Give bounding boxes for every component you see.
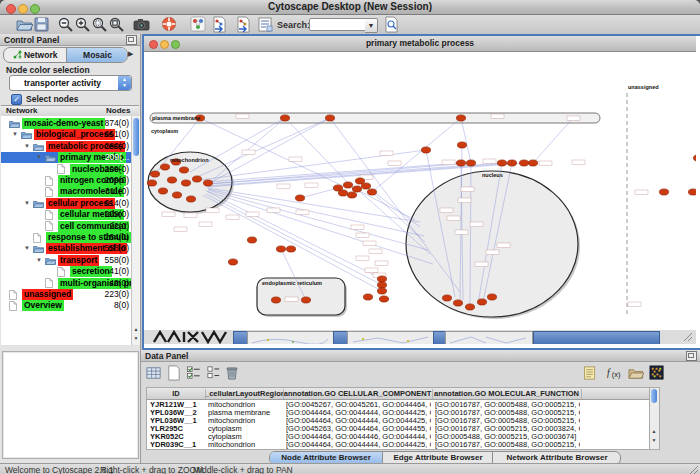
network-node[interactable] bbox=[147, 180, 156, 186]
tree-row-biological-process[interactable]: ▼biological_process651(0) bbox=[1, 129, 131, 140]
tree-row-primary-metabo[interactable]: ▼primary metabo209(... bbox=[1, 152, 131, 163]
zoom-selected-region-icon[interactable] bbox=[91, 16, 108, 33]
search-input[interactable] bbox=[309, 18, 367, 31]
float-panel-icon[interactable] bbox=[126, 35, 137, 45]
network-overview-panel[interactable] bbox=[2, 351, 139, 459]
tab-mosaic[interactable]: Mosaic bbox=[66, 48, 128, 62]
unselect-attributes-icon[interactable] bbox=[206, 365, 222, 381]
network-node[interactable] bbox=[271, 297, 280, 303]
table-row-ypl036w__2[interactable]: YPL036W__2plasma membrane[GO:0044464, GO… bbox=[147, 408, 649, 416]
network-node[interactable] bbox=[457, 142, 466, 148]
search-config-icon[interactable] bbox=[383, 16, 400, 33]
save-session-icon[interactable] bbox=[33, 16, 50, 33]
new-attribute-icon[interactable] bbox=[166, 365, 182, 381]
import-network-icon[interactable] bbox=[211, 16, 228, 33]
import-table-icon[interactable] bbox=[235, 16, 252, 33]
network-node[interactable] bbox=[659, 189, 668, 195]
network-node[interactable] bbox=[519, 160, 528, 166]
background-window-fragment[interactable] bbox=[445, 331, 533, 344]
network-node[interactable] bbox=[301, 297, 310, 303]
node-color-dropdown[interactable]: transporter activity ▲▼ bbox=[9, 75, 132, 91]
tree-row-metabolic-process[interactable]: ▼metabolic process280(0) bbox=[1, 141, 131, 152]
zoom-fit-icon[interactable] bbox=[108, 16, 125, 33]
table-row-ykr052c[interactable]: YKR052Ccytoplasm[GO:0044464, GO:0044446,… bbox=[147, 432, 649, 440]
network-node[interactable] bbox=[150, 171, 159, 177]
tab-network[interactable]: Network bbox=[4, 48, 66, 62]
network-edge[interactable] bbox=[203, 195, 382, 291]
vizmapper-icon[interactable] bbox=[190, 16, 207, 33]
tree-scrollbar-thumb[interactable] bbox=[133, 118, 139, 156]
scroll-up-arrow[interactable]: ▲ bbox=[651, 428, 657, 434]
network-node[interactable] bbox=[203, 180, 212, 186]
network-node[interactable] bbox=[186, 196, 195, 202]
formula-fx-icon[interactable]: f(x) bbox=[606, 365, 622, 381]
network-node[interactable] bbox=[693, 155, 696, 161]
network-node[interactable] bbox=[465, 304, 474, 310]
float-panel-icon[interactable] bbox=[686, 351, 697, 361]
background-window-title-bar[interactable] bbox=[533, 331, 660, 344]
network-node[interactable] bbox=[442, 295, 451, 301]
network-node[interactable] bbox=[347, 192, 356, 198]
network-canvas[interactable]: plasma membranecytoplasmmitochondrionnuc… bbox=[144, 52, 696, 330]
network-node[interactable] bbox=[160, 164, 169, 170]
network-node[interactable] bbox=[477, 299, 486, 305]
network-edge[interactable] bbox=[461, 118, 471, 163]
network-node[interactable] bbox=[688, 189, 696, 195]
tree-row-establishment-of-lo[interactable]: ▼establishment of lo558(0) bbox=[1, 243, 131, 254]
zoom-out-icon[interactable] bbox=[57, 16, 74, 33]
table-row-yjr121w__1[interactable]: YJR121W__1mitochondrion[GO:0045267, GO:0… bbox=[147, 400, 649, 408]
network-node[interactable] bbox=[343, 182, 352, 188]
table-grid-icon[interactable] bbox=[146, 365, 162, 381]
tree-row-overview[interactable]: Overview8(0) bbox=[1, 300, 131, 311]
tree-row-multi-organism-pro[interactable]: multi-organism pro42(0) bbox=[1, 278, 131, 289]
plasma-membrane-region[interactable] bbox=[150, 113, 600, 123]
network-node[interactable] bbox=[295, 195, 304, 201]
network-node[interactable] bbox=[355, 178, 364, 184]
network-node[interactable] bbox=[421, 147, 430, 153]
network-node[interactable] bbox=[379, 296, 388, 302]
network-node[interactable] bbox=[466, 160, 475, 166]
network-node[interactable] bbox=[338, 190, 347, 196]
tab-overflow-arrow[interactable]: ▶ bbox=[128, 48, 137, 60]
tree-row-response-to-stimulu[interactable]: response to stimulu264(0) bbox=[1, 232, 131, 243]
background-window-fragment[interactable] bbox=[233, 331, 248, 344]
network-node[interactable] bbox=[179, 167, 188, 173]
network-edge[interactable] bbox=[205, 163, 471, 184]
network-snapshot-icon[interactable] bbox=[133, 16, 150, 33]
background-window-fragment[interactable] bbox=[333, 331, 348, 344]
help-icon[interactable] bbox=[161, 16, 178, 33]
tree-row-secretion[interactable]: secretion41(0) bbox=[1, 266, 131, 277]
select-nodes-checkbox[interactable]: ✓ bbox=[11, 94, 22, 105]
network-node[interactable] bbox=[228, 259, 237, 265]
tree-row-cell-communicat[interactable]: cell communicat22(0) bbox=[1, 221, 131, 232]
network-node[interactable] bbox=[352, 186, 361, 192]
delete-attribute-icon[interactable] bbox=[224, 365, 240, 381]
select-attributes-icon[interactable] bbox=[186, 365, 202, 381]
network-node[interactable] bbox=[377, 288, 386, 294]
network-edge[interactable] bbox=[190, 118, 285, 172]
network-node[interactable] bbox=[172, 192, 181, 198]
network-node[interactable] bbox=[158, 188, 167, 194]
network-node[interactable] bbox=[456, 115, 465, 121]
network-node[interactable] bbox=[528, 160, 537, 166]
window-resize-grip[interactable] bbox=[682, 331, 694, 343]
column-header[interactable]: annotation.GO CELLULAR_COMPONENT bbox=[283, 389, 433, 399]
network-window-title-bar[interactable]: primary metabolic process bbox=[144, 36, 696, 52]
scroll-down-arrow[interactable]: ▼ bbox=[651, 437, 657, 443]
column-header[interactable]: annotation.GO MOLECULAR_FUNCTION bbox=[432, 389, 582, 399]
network-edge[interactable] bbox=[205, 163, 461, 182]
network-node[interactable] bbox=[456, 160, 465, 166]
tree-scrollbar[interactable]: ▲ ▼ bbox=[131, 116, 140, 345]
tree-row-nitrogen-compo[interactable]: nitrogen compo209(0) bbox=[1, 175, 131, 186]
tree-row-mosaic-demo-yeast[interactable]: mosaic-demo-yeast874(0) bbox=[1, 118, 131, 129]
tree-row-transport[interactable]: ▼transport558(0) bbox=[1, 255, 131, 266]
search-dropdown-arrow[interactable]: ▼ bbox=[365, 18, 378, 33]
tree-row-macromolecule[interactable]: macromolecule311(0) bbox=[1, 186, 131, 197]
network-edge[interactable] bbox=[533, 118, 573, 163]
background-window-fragment[interactable] bbox=[347, 331, 434, 344]
background-window-fragment[interactable] bbox=[247, 331, 334, 344]
heatmap-matrix-icon[interactable] bbox=[649, 365, 665, 381]
network-node[interactable] bbox=[192, 176, 201, 182]
tree-row-nucleobase-[interactable]: nucleobase-209(0) bbox=[1, 164, 131, 175]
network-node[interactable] bbox=[377, 276, 386, 282]
